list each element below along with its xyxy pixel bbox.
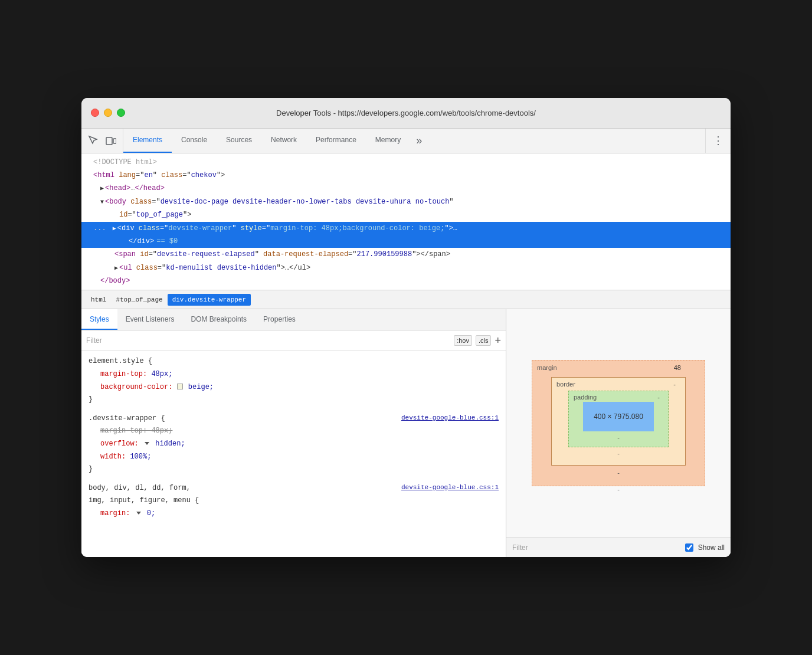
minimize-button[interactable] <box>104 109 112 117</box>
panel-tabs: Styles Event Listeners DOM Breakpoints P… <box>81 309 506 330</box>
beige-swatch[interactable] <box>177 384 183 389</box>
dom-line-body-open[interactable]: ▼<body class="devsite-doc-page devsite-h… <box>81 195 731 208</box>
tab-properties[interactable]: Properties <box>255 309 304 330</box>
dom-line-body-id: id="top_of_page"> <box>81 208 731 221</box>
main-tabs: Elements Console Sources Network Perform… <box>123 129 705 153</box>
padding-label: padding <box>574 394 597 401</box>
breadcrumb-top-of-page[interactable]: #top_of_page <box>111 294 167 306</box>
inspect-icon[interactable] <box>87 135 99 146</box>
tab-styles[interactable]: Styles <box>81 309 117 330</box>
devtools-window: Developer Tools - https://developers.goo… <box>81 98 731 558</box>
body-rule-block: body, div, dl, dd, form, img, input, fig… <box>81 481 506 522</box>
dom-tree: <!DOCTYPE html> <html lang="en" class="c… <box>81 153 731 291</box>
svg-rect-1 <box>113 139 116 143</box>
traffic-lights <box>91 109 125 117</box>
dom-line-div-selected[interactable]: ... ▶<div class="devsite-wrapper" style=… <box>81 222 731 235</box>
body-rule-file-link[interactable]: devsite-google-blue.css:1 <box>401 482 499 494</box>
dom-line-doctype: <!DOCTYPE html> <box>81 156 731 169</box>
show-all-checkbox[interactable] <box>685 543 693 552</box>
tab-console[interactable]: Console <box>172 129 217 153</box>
border-bottom-value: - <box>568 450 669 457</box>
margin-label: margin <box>537 364 557 371</box>
maximize-button[interactable] <box>117 109 125 117</box>
tab-memory[interactable]: Memory <box>366 129 410 153</box>
bottom-panel: Styles Event Listeners DOM Breakpoints P… <box>81 309 731 557</box>
box-model-filter: Filter Show all <box>506 537 731 557</box>
tab-sources[interactable]: Sources <box>217 129 261 153</box>
breadcrumb-html[interactable]: html <box>86 294 111 306</box>
padding-bottom-value: - <box>583 434 654 441</box>
device-toolbar-icon[interactable] <box>105 135 117 146</box>
body-rule-selectors: body, div, dl, dd, form, img, input, fig… <box>89 482 199 507</box>
tab-elements[interactable]: Elements <box>123 129 172 153</box>
doctype-text: <!DOCTYPE html> <box>93 158 157 166</box>
add-style-button[interactable]: + <box>495 335 501 346</box>
dom-line-head[interactable]: ▶<head>…</head> <box>81 182 731 195</box>
dom-line-html[interactable]: <html lang="en" class="chekov"> <box>81 169 731 182</box>
tab-dom-breakpoints[interactable]: DOM Breakpoints <box>182 309 255 330</box>
element-style-rule: element.style { margin-top: 48px; backgr… <box>81 354 506 407</box>
border-value[interactable]: - <box>673 381 676 388</box>
more-tabs-button[interactable]: » <box>410 129 428 153</box>
element-style-selector: element.style { <box>89 355 499 368</box>
prop-width[interactable]: width: 100%; <box>89 451 499 464</box>
title-bar: Developer Tools - https://developers.goo… <box>81 98 731 129</box>
prop-margin[interactable]: margin: 0; <box>89 507 499 520</box>
box-margin: margin 48 - border - padding - <box>532 360 705 486</box>
body-rule-selector-line: body, div, dl, dd, form, img, input, fig… <box>89 482 499 507</box>
ul-triangle[interactable]: ▶ <box>114 265 118 271</box>
padding-value[interactable]: - <box>657 394 660 401</box>
styles-panel: Styles Event Listeners DOM Breakpoints P… <box>81 309 506 557</box>
devsite-wrapper-close: } <box>89 463 499 476</box>
box-model-panel: margin 48 - border - padding - <box>506 309 731 557</box>
box-padding: padding - 400 × 7975.080 - <box>568 391 669 447</box>
element-style-close: } <box>89 394 499 407</box>
devsite-wrapper-rule: .devsite-wrapper { devsite-google-blue.c… <box>81 411 506 477</box>
box-filter-input[interactable]: Filter <box>512 543 680 552</box>
box-border: border - padding - 400 × 7975.080 <box>551 377 686 466</box>
border-label: border <box>556 381 575 388</box>
toolbar-menu-button[interactable]: ⋮ <box>705 129 731 153</box>
cls-button[interactable]: .cls <box>476 335 492 346</box>
dom-line-ul[interactable]: ▶<ul class="kd-menulist devsite-hidden">… <box>81 261 731 274</box>
filter-actions: :hov .cls + <box>454 335 501 346</box>
tab-performance[interactable]: Performance <box>306 129 366 153</box>
svg-rect-0 <box>106 137 112 145</box>
body-triangle[interactable]: ▼ <box>100 199 104 205</box>
margin-triangle-icon[interactable] <box>136 512 141 515</box>
prop-overflow[interactable]: overflow: hidden; <box>89 438 499 451</box>
head-triangle[interactable]: ▶ <box>100 185 104 192</box>
prop-margin-top[interactable]: margin-top: 48px; <box>89 368 499 381</box>
hov-button[interactable]: :hov <box>454 335 472 346</box>
show-all-label: Show all <box>698 543 725 552</box>
breadcrumb-bar: html #top_of_page div.devsite-wrapper <box>81 290 731 309</box>
tab-event-listeners[interactable]: Event Listeners <box>117 309 183 330</box>
html-tag: <html <box>93 171 119 179</box>
dom-line-body-close: </body> <box>81 274 731 287</box>
content-dimensions: 400 × 7975.080 <box>594 412 643 421</box>
window-title: Developer Tools - https://developers.goo… <box>276 109 536 117</box>
box-model: margin 48 - border - padding - <box>532 360 705 486</box>
prop-margin-top-struck[interactable]: margin-top: 48px; <box>89 425 499 438</box>
div-triangle[interactable]: ▶ <box>113 225 116 232</box>
box-model-container: margin 48 - border - padding - <box>506 309 731 537</box>
tab-network[interactable]: Network <box>261 129 306 153</box>
box-content: 400 × 7975.080 <box>583 402 654 431</box>
dom-line-span[interactable]: <span id="devsite-request-elapsed" data-… <box>81 248 731 261</box>
filter-label: Filter <box>86 336 454 345</box>
margin-bottom-label: - <box>551 469 686 476</box>
devtools-toolbar: Elements Console Sources Network Perform… <box>81 129 731 153</box>
filter-bar: Filter :hov .cls + <box>81 330 506 351</box>
dom-line-div-close: </div>== $0 <box>81 235 731 248</box>
prop-background-color[interactable]: background-color: beige; <box>89 381 499 394</box>
close-button[interactable] <box>91 109 99 117</box>
margin-bottom-value: - <box>617 486 620 493</box>
devsite-wrapper-file-link[interactable]: devsite-google-blue.css:1 <box>401 412 499 425</box>
devsite-wrapper-selector-line: .devsite-wrapper { devsite-google-blue.c… <box>89 412 499 425</box>
margin-value[interactable]: 48 <box>674 364 681 371</box>
overflow-triangle-icon[interactable] <box>145 442 149 445</box>
toolbar-icons <box>81 129 123 153</box>
css-rules: element.style { margin-top: 48px; backgr… <box>81 351 506 557</box>
breadcrumb-div-wrapper[interactable]: div.devsite-wrapper <box>168 294 251 306</box>
